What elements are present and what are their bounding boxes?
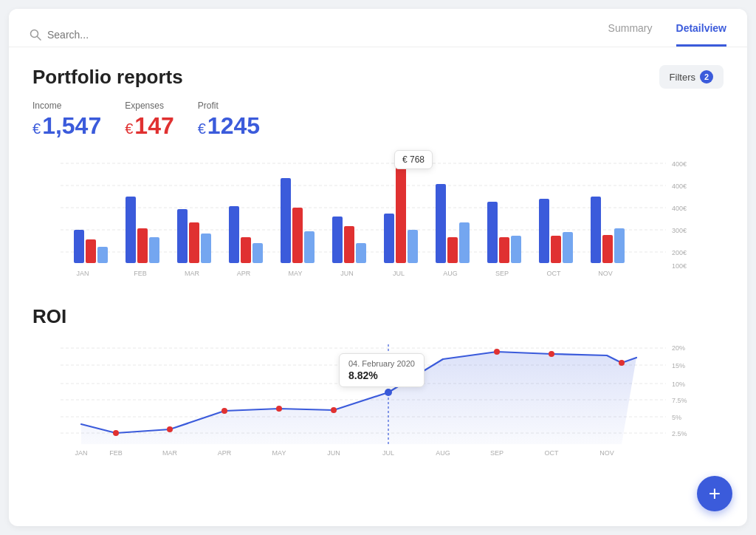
svg-rect-46	[499, 237, 509, 263]
svg-rect-31	[304, 231, 315, 263]
svg-rect-26	[241, 237, 251, 263]
svg-rect-19	[149, 237, 159, 263]
fab-button[interactable]: +	[697, 476, 732, 511]
svg-text:MAR: MAR	[185, 270, 200, 277]
svg-rect-22	[189, 222, 199, 263]
svg-rect-34	[344, 226, 354, 263]
svg-text:SEP: SEP	[495, 270, 509, 277]
svg-point-70	[113, 430, 119, 436]
svg-rect-25	[229, 206, 239, 263]
svg-text:MAY: MAY	[272, 449, 286, 457]
svg-text:APR: APR	[237, 270, 251, 277]
svg-rect-50	[551, 236, 561, 263]
svg-text:NOV: NOV	[599, 449, 614, 457]
svg-rect-41	[436, 184, 446, 263]
svg-text:MAY: MAY	[289, 270, 303, 277]
svg-text:OCT: OCT	[547, 270, 562, 277]
svg-text:JUL: JUL	[393, 270, 405, 277]
svg-rect-51	[563, 232, 573, 263]
main-panel: Summary Detailview Portfolio reports Fil…	[9, 9, 747, 526]
filters-badge: 2	[700, 70, 713, 84]
svg-text:2.5%: 2.5%	[672, 430, 687, 437]
portfolio-section-header: Portfolio reports Filters 2	[32, 65, 724, 89]
svg-rect-54	[602, 235, 613, 263]
svg-rect-47	[511, 236, 521, 263]
expenses-stat: Expenses €147	[125, 100, 174, 140]
svg-text:SEP: SEP	[490, 449, 504, 457]
tab-detailview[interactable]: Detailview	[676, 22, 726, 47]
income-value: €1,547	[32, 112, 101, 140]
svg-rect-21	[177, 209, 188, 263]
svg-text:FEB: FEB	[134, 270, 147, 277]
svg-text:JUN: JUN	[340, 270, 354, 277]
svg-text:JUN: JUN	[327, 449, 340, 457]
svg-rect-29	[281, 178, 291, 263]
profit-label: Profit	[198, 100, 260, 111]
filters-label: Filters	[670, 72, 695, 83]
svg-rect-39	[408, 230, 418, 263]
svg-point-74	[331, 407, 337, 413]
svg-rect-33	[332, 217, 343, 263]
svg-rect-15	[97, 247, 108, 263]
svg-rect-27	[252, 243, 263, 263]
svg-text:5%: 5%	[672, 414, 681, 421]
svg-rect-42	[447, 237, 458, 263]
svg-text:AUG: AUG	[436, 449, 450, 457]
svg-text:200€: 200€	[672, 249, 687, 256]
svg-text:JUL: JUL	[382, 449, 394, 457]
svg-rect-37	[384, 214, 394, 263]
svg-rect-17	[126, 197, 136, 263]
svg-point-72	[221, 408, 227, 414]
expenses-value: €147	[125, 112, 174, 140]
svg-rect-35	[356, 243, 366, 263]
svg-text:400€: 400€	[672, 183, 687, 190]
svg-line-1	[38, 36, 41, 40]
svg-rect-14	[86, 239, 96, 263]
svg-text:APR: APR	[218, 449, 232, 457]
profit-value: €1245	[198, 112, 260, 140]
svg-text:JAN: JAN	[76, 270, 89, 277]
svg-text:MAR: MAR	[162, 449, 178, 457]
income-label: Income	[32, 100, 101, 111]
filters-button[interactable]: Filters 2	[659, 65, 724, 89]
svg-text:JAN: JAN	[75, 449, 87, 457]
income-currency: €	[32, 120, 41, 137]
stats-row: Income €1,547 Expenses €147 Profit €1245	[32, 100, 724, 140]
svg-rect-55	[614, 228, 625, 263]
roi-chart: 20% 15% 10% 7.5% 5% 2.5%	[32, 337, 724, 459]
svg-text:AUG: AUG	[443, 270, 458, 277]
svg-point-76	[549, 351, 554, 357]
svg-point-73	[276, 406, 282, 412]
svg-text:400€: 400€	[672, 205, 687, 212]
search-area	[30, 29, 136, 41]
roi-section: ROI 04. February 2020 8.82%	[32, 305, 724, 462]
income-stat: Income €1,547	[32, 100, 101, 140]
svg-text:7.5%: 7.5%	[672, 397, 687, 404]
svg-rect-30	[292, 208, 303, 263]
profit-stat: Profit €1245	[198, 100, 260, 140]
svg-text:15%: 15%	[672, 362, 685, 369]
svg-rect-53	[591, 197, 601, 263]
svg-text:400€: 400€	[672, 160, 687, 168]
expenses-currency: €	[125, 120, 133, 137]
svg-rect-43	[459, 222, 470, 263]
roi-title: ROI	[32, 305, 724, 328]
svg-point-77	[619, 360, 625, 366]
svg-rect-13	[74, 230, 84, 263]
svg-text:OCT: OCT	[545, 449, 560, 457]
bar-chart-container: € 768 400€ 400€ 400€ 300€ 200€ 100€	[32, 149, 724, 284]
svg-text:NOV: NOV	[598, 270, 613, 277]
tab-summary[interactable]: Summary	[608, 22, 653, 47]
header: Summary Detailview	[9, 9, 747, 47]
page-body: Portfolio reports Filters 2 Income €1,54…	[9, 47, 747, 522]
search-input[interactable]	[47, 29, 136, 41]
portfolio-title: Portfolio reports	[32, 66, 183, 89]
svg-rect-49	[539, 199, 549, 263]
svg-point-75	[494, 349, 500, 355]
svg-rect-18	[137, 228, 148, 263]
profit-currency: €	[198, 120, 206, 137]
svg-point-78	[385, 389, 392, 396]
roi-chart-container: 04. February 2020 8.82% 20% 15%	[32, 337, 724, 462]
svg-text:300€: 300€	[672, 227, 687, 234]
app-container: Summary Detailview Portfolio reports Fil…	[0, 0, 756, 535]
